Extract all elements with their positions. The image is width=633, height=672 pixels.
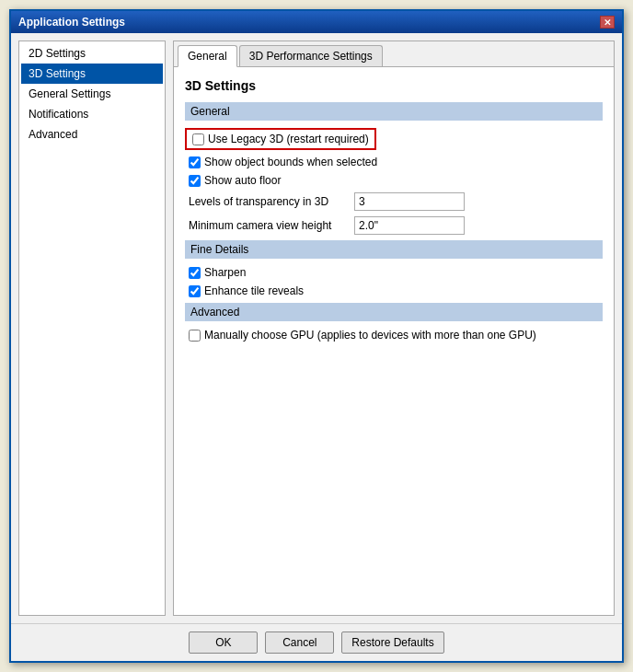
min-camera-height-label: Minimum camera view height — [189, 219, 354, 232]
tab-3d-performance[interactable]: 3D Performance Settings — [239, 45, 383, 66]
sharpen-row: Sharpen — [185, 266, 603, 279]
tabs-bar: General 3D Performance Settings — [174, 41, 614, 67]
levels-transparency-label: Levels of transparency in 3D — [189, 195, 354, 208]
sidebar-item-notifications[interactable]: Notifications — [21, 104, 163, 124]
dialog-body: 2D Settings 3D Settings General Settings… — [11, 33, 622, 623]
use-legacy-3d-label[interactable]: Use Legacy 3D (restart required) — [208, 133, 369, 145]
show-auto-floor-checkbox[interactable] — [189, 175, 201, 187]
section-header-advanced: Advanced — [185, 303, 603, 321]
min-camera-height-input[interactable] — [354, 216, 465, 235]
application-settings-dialog: Application Settings ✕ 2D Settings 3D Se… — [9, 9, 624, 663]
tab-general[interactable]: General — [178, 45, 237, 67]
window-title: Application Settings — [18, 16, 125, 29]
show-auto-floor-row: Show auto floor — [185, 174, 603, 187]
min-camera-height-row: Minimum camera view height — [185, 216, 603, 235]
enhance-tile-reveals-checkbox[interactable] — [189, 285, 201, 297]
content-panel: 3D Settings General Use Legacy 3D (resta… — [174, 67, 614, 615]
sidebar-item-general-settings[interactable]: General Settings — [21, 84, 163, 104]
show-object-bounds-label[interactable]: Show object bounds when selected — [204, 156, 377, 168]
close-button[interactable]: ✕ — [600, 16, 615, 29]
manually-choose-gpu-checkbox[interactable] — [189, 330, 201, 342]
sharpen-label[interactable]: Sharpen — [204, 266, 246, 279]
legacy-3d-row: Use Legacy 3D (restart required) — [185, 128, 376, 150]
manually-choose-gpu-label[interactable]: Manually choose GPU (applies to devices … — [204, 329, 536, 342]
sharpen-checkbox[interactable] — [189, 267, 201, 279]
show-object-bounds-checkbox[interactable] — [189, 156, 201, 168]
panel-title: 3D Settings — [185, 78, 603, 93]
sidebar-item-3d-settings[interactable]: 3D Settings — [21, 64, 163, 84]
restore-defaults-button[interactable]: Restore Defaults — [341, 631, 443, 654]
show-auto-floor-label[interactable]: Show auto floor — [204, 174, 281, 187]
sidebar-item-2d-settings[interactable]: 2D Settings — [21, 43, 163, 64]
ok-button[interactable]: OK — [189, 631, 258, 654]
section-header-fine-details: Fine Details — [185, 240, 603, 259]
use-legacy-3d-checkbox[interactable] — [192, 133, 204, 145]
dialog-footer: OK Cancel Restore Defaults — [11, 623, 622, 661]
cancel-button[interactable]: Cancel — [265, 631, 334, 654]
content-area: General 3D Performance Settings 3D Setti… — [173, 41, 615, 616]
sidebar: 2D Settings 3D Settings General Settings… — [18, 41, 166, 616]
levels-transparency-row: Levels of transparency in 3D — [185, 192, 603, 211]
show-object-bounds-row: Show object bounds when selected — [185, 156, 603, 168]
enhance-tile-reveals-label[interactable]: Enhance tile reveals — [204, 284, 304, 297]
title-bar: Application Settings ✕ — [11, 11, 622, 33]
manually-choose-gpu-row: Manually choose GPU (applies to devices … — [185, 329, 603, 342]
sidebar-item-advanced[interactable]: Advanced — [21, 124, 163, 145]
enhance-tile-reveals-row: Enhance tile reveals — [185, 284, 603, 297]
levels-transparency-input[interactable] — [354, 192, 465, 211]
section-header-general: General — [185, 102, 603, 121]
